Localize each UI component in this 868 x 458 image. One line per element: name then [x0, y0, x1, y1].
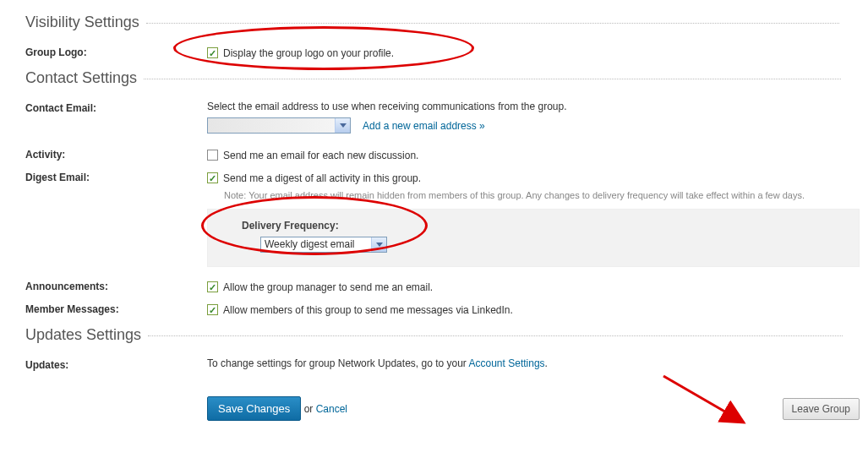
link-account-settings[interactable]: Account Settings [469, 357, 545, 369]
leave-group-button[interactable]: Leave Group [783, 398, 860, 420]
select-delivery-frequency[interactable]: Weekly digest email [260, 237, 387, 253]
select-contact-email[interactable] [207, 117, 351, 134]
section-contact: Contact Settings [25, 64, 860, 92]
chevron-down-icon [335, 118, 350, 133]
checkbox-digest[interactable] [207, 172, 218, 183]
checkbox-activity[interactable] [207, 150, 218, 161]
select-contact-email-value [208, 118, 335, 133]
text-updates-pre: To change settings for group Network Upd… [207, 357, 469, 369]
label-activity: Activity: [25, 147, 207, 161]
text-or: or [304, 403, 316, 415]
section-visibility: Visibility Settings [25, 8, 860, 36]
checkbox-member-messages[interactable] [207, 304, 218, 315]
label-announcements: Announcements: [25, 279, 207, 292]
text-updates-post: . [545, 357, 548, 369]
text-group-logo: Display the group logo on your profile. [223, 45, 394, 61]
checkbox-group-logo[interactable] [207, 47, 218, 58]
delivery-frequency-box: Delivery Frequency: Weekly digest email [207, 209, 860, 267]
chevron-down-icon [371, 237, 386, 252]
label-contact-email: Contact Email: [25, 101, 207, 114]
label-member-messages: Member Messages: [25, 302, 207, 315]
text-member-messages: Allow members of this group to send me m… [223, 302, 513, 318]
label-delivery-frequency: Delivery Frequency: [242, 220, 842, 232]
text-digest: Send me a digest of all activity in this… [223, 170, 421, 186]
label-group-logo: Group Logo: [25, 45, 207, 58]
note-digest: Note: Your email address will remain hid… [224, 189, 860, 202]
select-delivery-value: Weekly digest email [261, 237, 371, 252]
checkbox-announcements[interactable] [207, 281, 218, 292]
text-activity: Send me an email for each new discussion… [223, 147, 418, 163]
section-updates: Updates Settings [25, 321, 860, 349]
save-button[interactable]: Save Changes [207, 396, 301, 421]
label-updates: Updates: [25, 357, 207, 371]
text-announcements: Allow the group manager to send me an em… [223, 279, 433, 295]
link-add-email[interactable]: Add a new email address » [363, 120, 485, 132]
help-contact-email: Select the email address to use when rec… [207, 101, 860, 112]
label-digest: Digest Email: [25, 170, 207, 183]
cancel-link[interactable]: Cancel [316, 403, 347, 415]
